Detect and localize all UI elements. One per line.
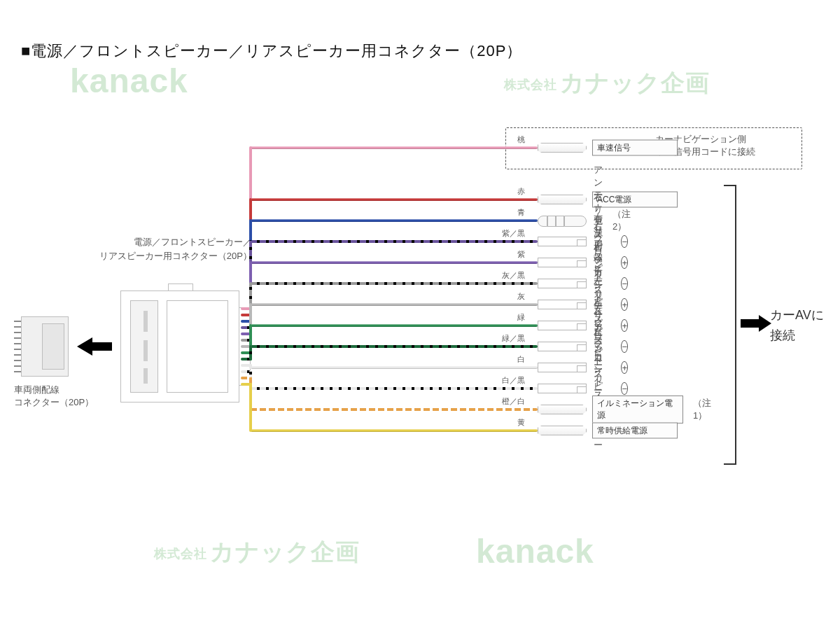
main-connector-label: 電源／フロントスピーカー／リアスピーカー用コネクター（20P） [42, 235, 252, 262]
signal-label-box: イルミネーション電源 [592, 396, 683, 424]
wire-color-label: 緑 [514, 312, 528, 323]
group-bracket [724, 185, 736, 465]
terminal-plug [538, 300, 587, 309]
wire-w_grn: 緑 [251, 315, 587, 336]
wire-w_pink: 桃 [251, 137, 587, 189]
wire-color-label: 青 [514, 207, 528, 218]
wire-color-label: 紫 [514, 249, 528, 260]
wire-color-label: 白 [514, 354, 528, 365]
note-ref: （注1） [693, 397, 711, 422]
terminal-plug [538, 363, 587, 372]
wire-color-label: 白／黒 [499, 375, 528, 386]
wire-w_wht: 白 [251, 357, 587, 378]
wire-segment [249, 345, 252, 360]
wire-color-label: 緑／黒 [499, 333, 528, 344]
watermark-company: 株式会社カナック企画 [154, 536, 360, 568]
terminal-plug [538, 384, 587, 393]
wire-w_red: 赤 [251, 189, 587, 210]
wire-color-label: 赤 [514, 186, 528, 197]
terminal-plug [538, 195, 587, 204]
watermark-company: 株式会社カナック企画 [504, 67, 710, 99]
wire-color-label: 桃 [514, 134, 528, 145]
terminal-plug [538, 258, 587, 267]
arrow-left-icon [77, 337, 112, 356]
terminal-plug [538, 321, 587, 330]
terminal-plug [538, 405, 587, 414]
wire-bundle: 桃赤青紫／黒紫灰／黒灰緑緑／黒白白／黒橙／白黄 [251, 137, 587, 441]
wire-w_wht_bk: 白／黒 [251, 378, 587, 399]
main-connector [120, 290, 239, 402]
connect-to-av-label: カーAVに接続 [770, 305, 824, 346]
terminal-plug [538, 216, 587, 225]
wire-w_grn_bk: 緑／黒 [251, 336, 587, 357]
wire-color-label: 紫／黒 [499, 228, 528, 239]
arrow-right-icon [741, 315, 771, 332]
terminal-plug [538, 426, 587, 435]
wire-color-label: 灰／黒 [499, 270, 528, 281]
signal-label-box: 車速信号 [592, 140, 678, 156]
wire-color-label: 橙／白 [499, 396, 528, 407]
wire-w_yel: 黄 [251, 420, 587, 441]
watermark-kanack: kanack [70, 62, 188, 100]
wire-w_pur_bk: 紫／黒 [251, 231, 587, 252]
signal-label-box: 常時供給電源 [592, 423, 678, 439]
wire-segment [249, 383, 252, 432]
terminal-plug [538, 342, 587, 351]
watermark-kanack: kanack [476, 532, 594, 570]
wire-segment [249, 364, 252, 369]
wire-w_gry: 灰 [251, 294, 587, 315]
wire-w_pur: 紫 [251, 252, 587, 273]
wire-color-label: 黄 [514, 417, 528, 428]
terminal-plug [538, 279, 587, 288]
vehicle-side-connector [14, 316, 69, 377]
wire-w_org_wh: 橙／白 [251, 399, 587, 420]
diagram-title: ■電源／フロントスピーカー／リアスピーカー用コネクター（20P） [21, 41, 522, 62]
wire-color-label: 灰 [514, 291, 528, 302]
terminal-plug [538, 237, 587, 246]
wire-w_blue: 青 [251, 210, 587, 231]
wire-w_gry_bk: 灰／黒 [251, 273, 587, 294]
terminal-plug [538, 143, 587, 153]
polarity-icon: − [621, 382, 628, 395]
vehicle-connector-label: 車両側配線コネクター（20P） [14, 384, 94, 409]
